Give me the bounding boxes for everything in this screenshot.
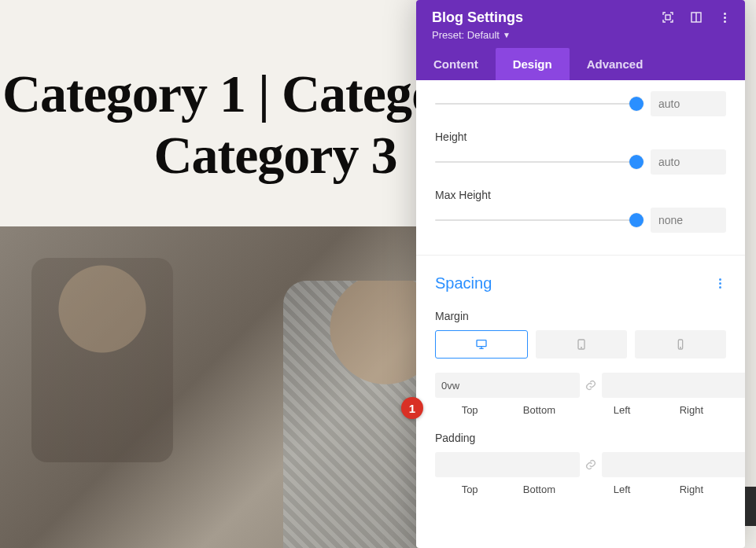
device-tabs [435,330,726,359]
panel-header: Blog Settings Preset: Default ▼ [416,0,745,48]
svg-rect-3 [477,340,486,347]
device-tab-tablet[interactable] [536,330,627,359]
panel-body: auto Height auto Max Height none Spacing [416,80,745,548]
side-label-left: Left [588,484,657,495]
side-label-top: Top [435,404,504,416]
margin-label: Margin [435,310,726,322]
side-label-left: Left [588,404,657,416]
width-slider[interactable] [435,96,636,112]
device-tab-phone[interactable] [635,330,726,359]
preset-label: Preset: Default [432,29,500,41]
padding-label: Padding [435,432,726,444]
side-label-top: Top [435,484,504,495]
max-height-slider[interactable] [435,212,636,228]
preset-selector[interactable]: Preset: Default ▼ [432,29,511,41]
height-value[interactable]: auto [651,149,726,175]
side-label-right: Right [657,404,726,416]
side-label-right: Right [657,484,726,495]
link-icon[interactable] [581,373,600,398]
tab-design[interactable]: Design [496,48,570,80]
panel-header-actions [662,11,731,24]
padding-bottom-input[interactable] [602,452,745,477]
link-icon[interactable] [581,452,600,477]
svg-rect-0 [666,15,670,20]
expand-icon[interactable] [662,11,674,24]
padding-grid: Top Bottom Left Right [435,452,726,495]
height-control: Height auto [435,131,726,175]
right-edge-strip [745,487,756,526]
svg-point-5 [581,348,582,348]
margin-top-input[interactable] [435,373,580,398]
more-menu-icon[interactable] [718,11,731,24]
caret-down-icon: ▼ [503,31,511,39]
width-slider-row: auto [435,91,726,116]
columns-icon[interactable] [690,11,703,24]
annotation-badge-1: 1 [401,397,423,419]
spacing-title: Spacing [435,274,492,292]
side-label-bottom: Bottom [504,484,573,495]
panel-tabs: Content Design Advanced [416,48,745,80]
max-height-value[interactable]: none [651,208,726,233]
blog-settings-panel: Blog Settings Preset: Default ▼ Content … [416,0,745,548]
height-label: Height [435,131,726,143]
tab-advanced[interactable]: Advanced [570,48,661,80]
side-label-bottom: Bottom [504,404,573,416]
device-tab-desktop[interactable] [435,330,528,359]
padding-top-input[interactable] [435,452,580,477]
svg-point-7 [680,348,681,348]
tab-content[interactable]: Content [416,48,496,80]
margin-bottom-input[interactable] [602,373,745,398]
margin-grid: Top Bottom Left Right [435,373,726,416]
height-slider[interactable] [435,154,636,170]
width-value[interactable]: auto [651,91,726,116]
max-height-control: Max Height none [435,189,726,233]
spacing-section-header[interactable]: Spacing [435,274,726,292]
spacing-menu-icon[interactable] [714,278,726,290]
max-height-label: Max Height [435,189,726,201]
section-divider [416,255,745,256]
